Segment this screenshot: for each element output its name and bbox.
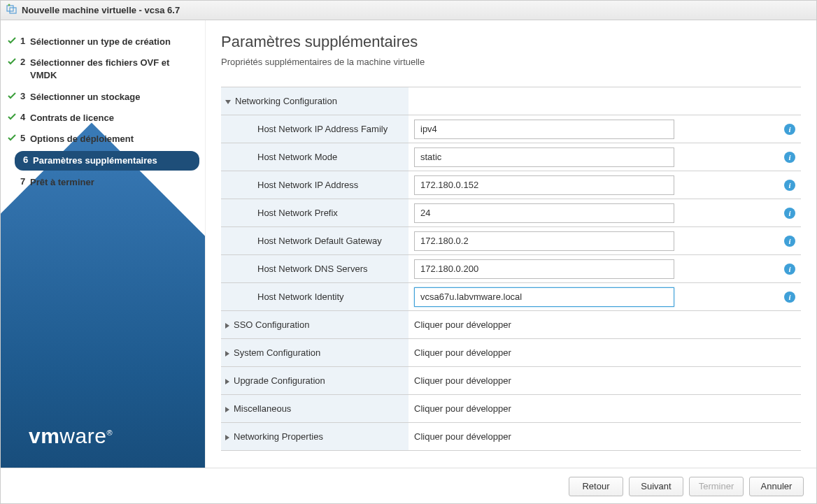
content-panel: Paramètres supplémentaires Propriétés su… (205, 20, 816, 468)
field-label: Host Network IP Address Family (257, 124, 388, 134)
chevron-right-icon (225, 407, 229, 412)
dns-servers-input[interactable] (414, 259, 674, 279)
wizard-sidebar: 1 Sélectionner un type de création 2 Sél… (1, 20, 205, 468)
info-icon[interactable]: i (784, 264, 795, 275)
expand-hint: Cliquer pour développer (414, 403, 511, 414)
page-subtitle: Propriétés supplémentaires de la machine… (221, 57, 801, 67)
step-4[interactable]: 4 Contrats de licence (1, 108, 205, 129)
field-label: Host Network DNS Servers (257, 264, 367, 274)
step-label: Sélectionner un stockage (30, 91, 197, 103)
step-label: Prêt à terminer (30, 176, 197, 189)
section-label: Miscellaneous (234, 403, 291, 414)
chevron-right-icon (225, 323, 229, 329)
step-2[interactable]: 2 Sélectionner des fichiers OVF et VMDK (1, 52, 205, 86)
field-label: Host Network IP Address (257, 180, 358, 190)
section-label: SSO Configuration (234, 319, 309, 330)
network-prefix-input[interactable] (414, 203, 674, 223)
section-label: Upgrade Configuration (234, 375, 325, 386)
step-3[interactable]: 3 Sélectionner un stockage (1, 87, 205, 108)
properties-table: Networking Configuration Host Network IP… (221, 87, 801, 451)
network-mode-input[interactable] (414, 147, 674, 167)
check-icon (8, 57, 20, 68)
step-number: 6 (23, 154, 33, 165)
step-label: Options de déploiement (30, 133, 197, 145)
check-icon (8, 113, 20, 123)
field-dns-servers: Host Network DNS Servers i (221, 255, 801, 283)
field-label: Host Network Mode (257, 152, 337, 162)
step-number: 2 (20, 57, 30, 67)
info-icon[interactable]: i (784, 180, 795, 191)
vm-icon (6, 3, 17, 17)
field-label: Host Network Default Gateway (257, 236, 382, 246)
check-icon (8, 36, 20, 47)
check-icon (8, 134, 20, 144)
section-networking-properties[interactable]: Networking Properties Cliquer pour dével… (221, 423, 801, 451)
expand-hint: Cliquer pour développer (414, 375, 511, 386)
step-number: 3 (20, 91, 30, 101)
step-number: 5 (20, 133, 30, 143)
check-icon (8, 92, 20, 102)
network-identity-input[interactable] (414, 287, 674, 307)
step-number: 1 (20, 36, 30, 46)
section-label: System Configuration (234, 347, 320, 358)
field-ip-family: Host Network IP Address Family i (221, 115, 801, 143)
expand-hint: Cliquer pour développer (414, 319, 511, 330)
section-system-configuration[interactable]: System Configuration Cliquer pour dévelo… (221, 339, 801, 367)
step-label: Sélectionner un type de création (30, 36, 197, 48)
next-button[interactable]: Suivant (629, 477, 683, 496)
expand-hint: Cliquer pour développer (414, 431, 511, 442)
field-label: Host Network Identity (257, 291, 344, 302)
wizard-footer: Retour Suivant Terminer Annuler (1, 468, 816, 504)
field-network-identity: Host Network Identity i (221, 283, 801, 311)
page-title: Paramètres supplémentaires (221, 33, 801, 51)
back-button[interactable]: Retour (569, 477, 623, 496)
field-default-gateway: Host Network Default Gateway i (221, 227, 801, 255)
section-sso-configuration[interactable]: SSO Configuration Cliquer pour développe… (221, 311, 801, 339)
field-network-prefix: Host Network Prefix i (221, 199, 801, 227)
default-gateway-input[interactable] (414, 231, 674, 251)
chevron-down-icon (225, 100, 231, 104)
field-ip-address: Host Network IP Address i (221, 171, 801, 199)
window-titlebar: Nouvelle machine virtuelle - vcsa 6.7 (1, 1, 816, 20)
info-icon[interactable]: i (784, 124, 795, 135)
vmware-logo: vmware® (29, 424, 113, 448)
step-5[interactable]: 5 Options de déploiement (1, 129, 205, 150)
info-icon[interactable]: i (784, 236, 795, 247)
info-icon[interactable]: i (784, 208, 795, 219)
step-number: 7 (20, 176, 30, 187)
section-networking-configuration[interactable]: Networking Configuration (221, 87, 801, 115)
step-label: Contrats de licence (30, 112, 197, 124)
section-upgrade-configuration[interactable]: Upgrade Configuration Cliquer pour dével… (221, 367, 801, 395)
svg-point-2 (8, 4, 10, 6)
expand-hint: Cliquer pour développer (414, 347, 511, 358)
section-label: Networking Properties (234, 431, 323, 442)
step-label: Sélectionner des fichiers OVF et VMDK (30, 57, 197, 82)
window-title: Nouvelle machine virtuelle - vcsa 6.7 (22, 5, 180, 15)
ip-family-input[interactable] (414, 120, 674, 139)
ip-address-input[interactable] (414, 175, 674, 195)
chevron-right-icon (225, 351, 229, 357)
step-1[interactable]: 1 Sélectionner un type de création (1, 31, 205, 52)
info-icon[interactable]: i (784, 291, 795, 303)
cancel-button[interactable]: Annuler (749, 477, 804, 496)
field-network-mode: Host Network Mode i (221, 143, 801, 171)
section-label: Networking Configuration (235, 96, 337, 106)
info-icon[interactable]: i (784, 152, 795, 163)
step-7[interactable]: 7 Prêt à terminer (1, 172, 205, 193)
section-miscellaneous[interactable]: Miscellaneous Cliquer pour développer (221, 395, 801, 423)
wizard-steps: 1 Sélectionner un type de création 2 Sél… (1, 20, 205, 205)
chevron-right-icon (225, 435, 229, 440)
finish-button: Terminer (689, 477, 744, 496)
step-label: Paramètres supplémentaires (33, 154, 191, 167)
step-number: 4 (20, 112, 30, 122)
chevron-right-icon (225, 379, 229, 384)
field-label: Host Network Prefix (257, 208, 338, 218)
step-6[interactable]: 6 Paramètres supplémentaires (15, 151, 199, 171)
